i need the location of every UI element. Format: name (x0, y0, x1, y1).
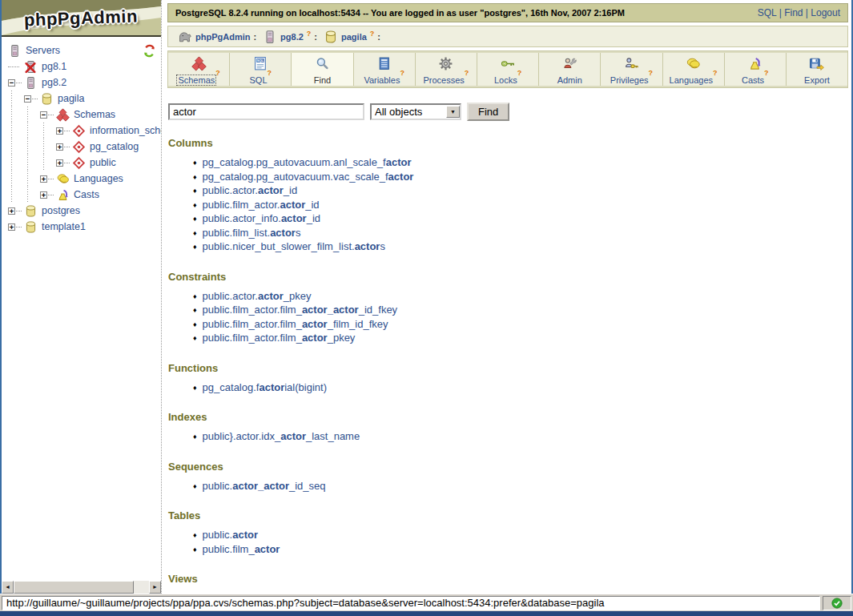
result-link[interactable]: public.actor (203, 529, 258, 541)
tab-variables[interactable]: Variables? (354, 53, 416, 86)
help-link[interactable]: ? (649, 69, 654, 77)
result-link[interactable]: public.actor_info.actor_id (203, 212, 320, 224)
help-link[interactable]: ? (370, 30, 375, 38)
help-link[interactable]: ? (307, 30, 312, 38)
tree-item-schemas[interactable]: −Schemas (8, 107, 161, 123)
topbar-link-logout[interactable]: Logout (811, 7, 840, 18)
tab-privileges[interactable]: Privileges? (601, 53, 662, 86)
casts-icon (747, 56, 762, 71)
tab-casts[interactable]: Casts? (725, 53, 787, 86)
collapse-box-icon[interactable]: − (40, 111, 47, 119)
help-link[interactable]: ? (517, 69, 522, 77)
tree-label[interactable]: Schemas (74, 109, 115, 120)
tab-label-row: Admin (539, 72, 600, 83)
find-button[interactable]: Find (467, 103, 509, 121)
tab-locks[interactable]: Locks? (477, 53, 539, 86)
tree-item-information_schema[interactable]: +information_schema (8, 123, 161, 139)
tab-export[interactable]: Export (787, 53, 847, 86)
result-link[interactable]: public.film_actor.actor_id (203, 199, 320, 211)
breadcrumb-phppgadmin[interactable]: phpPgAdmin (195, 32, 250, 42)
result-link[interactable]: public.film_actor.film_actor_actor_id_fk… (203, 304, 398, 316)
result-link[interactable]: public.film_actor (203, 543, 280, 555)
tree-label[interactable]: template1 (42, 221, 86, 232)
tab-languages[interactable]: Languages? (663, 53, 725, 86)
result-link[interactable]: public.actor.actor_pkey (203, 290, 312, 302)
scroll-right-button[interactable]: ► (149, 581, 161, 594)
tree-label[interactable]: Languages (74, 173, 123, 184)
tree-item-languages[interactable]: +Languages (8, 171, 161, 187)
tree-label[interactable]: pg8.2 (42, 77, 66, 88)
help-link[interactable]: ? (764, 69, 769, 77)
object-type-select[interactable]: All objects ▼ (370, 103, 461, 120)
tree-label[interactable]: public (90, 157, 116, 168)
result-link[interactable]: public.film_actor.film_actor_film_id_fke… (203, 318, 388, 330)
collapse-box-icon[interactable]: − (8, 79, 15, 87)
tree-item-pagila[interactable]: −pagila (8, 91, 161, 107)
tree-label[interactable]: postgres (42, 205, 80, 216)
tree-item-postgres[interactable]: +postgres (8, 203, 161, 219)
breadcrumb-pagila[interactable]: pagila (341, 32, 367, 42)
tree-item-pg8.1[interactable]: pg8.1 (8, 58, 161, 74)
scrollbar-thumb[interactable] (14, 581, 134, 594)
casts-icon (56, 188, 70, 202)
scrollbar-track[interactable] (134, 581, 149, 594)
result-link[interactable]: public.actor_actor_id_seq (203, 480, 326, 492)
tab-schemas[interactable]: Schemas? (168, 53, 230, 86)
help-link[interactable]: ? (713, 69, 718, 77)
refresh-icon[interactable] (143, 44, 156, 58)
help-link[interactable]: ? (400, 69, 404, 77)
tree-label[interactable]: pg8.1 (42, 61, 66, 72)
topbar-link-sql[interactable]: SQL (758, 7, 777, 18)
help-link[interactable]: ? (465, 69, 469, 77)
result-link[interactable]: pg_catalog.pg_autovacuum.vac_scale_facto… (203, 171, 414, 183)
link-separator: | (803, 7, 811, 18)
server-status-text: PostgreSQL 8.2.4 running on localhost:54… (175, 8, 758, 18)
result-list: ♦public.actor♦public.film_actor (167, 529, 848, 557)
breadcrumb-pg8.2[interactable]: pg8.2 (280, 32, 304, 42)
tab-label-row: Privileges? (601, 72, 662, 83)
result-link[interactable]: pg_catalog.pg_autovacuum.anl_scale_facto… (203, 156, 412, 168)
tabs: Schemas?SQLSQL?FindVariables?Processes?L… (168, 53, 847, 86)
expand-box-icon[interactable]: + (56, 143, 63, 151)
tree-item-casts[interactable]: +Casts (8, 187, 161, 203)
expand-box-icon[interactable]: + (8, 207, 15, 215)
tree-item-template1[interactable]: +template1 (8, 219, 161, 235)
object-tree: Serverspg8.1−pg8.2−pagila−Schemas+inform… (2, 37, 161, 579)
tab-find[interactable]: Find (292, 53, 353, 86)
languages-icon (56, 172, 70, 186)
result-link[interactable]: public.actor.actor_id (203, 184, 298, 196)
collapse-box-icon[interactable]: − (24, 95, 31, 103)
result-link[interactable]: pg_catalog.factorial(bigint) (203, 381, 327, 393)
result-link[interactable]: public.film_actor.film_actor_pkey (203, 332, 356, 344)
result-link[interactable]: public.nicer_but_slower_film_list.actors (203, 240, 385, 252)
tree-item-public[interactable]: +public (8, 155, 161, 171)
help-link[interactable]: ? (215, 69, 220, 77)
search-results: Columns♦pg_catalog.pg_autovacuum.anl_sca… (167, 137, 848, 594)
tree-label[interactable]: pagila (58, 93, 84, 104)
help-link[interactable]: ? (268, 69, 272, 77)
tree-label[interactable]: information_schema (90, 125, 161, 136)
result-link[interactable]: public}.actor.idx_actor_last_name (203, 430, 360, 442)
expand-box-icon[interactable]: + (40, 175, 47, 183)
tree-label[interactable]: Casts (74, 189, 99, 200)
tree-label[interactable]: Servers (26, 45, 60, 56)
section-functions: Functions (168, 362, 848, 374)
scroll-left-button[interactable]: ◄ (2, 581, 14, 594)
tree-item-pg8.2[interactable]: −pg8.2 (8, 74, 161, 91)
tree-connector (48, 179, 54, 179)
expand-box-icon[interactable]: + (40, 191, 47, 199)
tree-item-pg_catalog[interactable]: +pg_catalog (8, 139, 161, 155)
sidebar-horizontal-scrollbar[interactable]: ◄ ► (2, 581, 161, 594)
result-link[interactable]: public.film_list.actors (203, 227, 301, 239)
tab-sql[interactable]: SQLSQL? (230, 53, 292, 86)
expand-box-icon[interactable]: + (8, 223, 15, 231)
tree-label[interactable]: pg_catalog (90, 141, 139, 152)
topbar-link-find[interactable]: Find (784, 7, 803, 18)
dropdown-arrow-icon[interactable]: ▼ (446, 106, 460, 118)
tab-admin[interactable]: Admin (539, 53, 601, 86)
search-input[interactable] (168, 103, 364, 120)
expand-box-icon[interactable]: + (56, 159, 63, 167)
tree-item-servers[interactable]: Servers (8, 42, 161, 58)
tab-processes[interactable]: Processes? (416, 53, 477, 86)
expand-box-icon[interactable]: + (56, 127, 63, 135)
